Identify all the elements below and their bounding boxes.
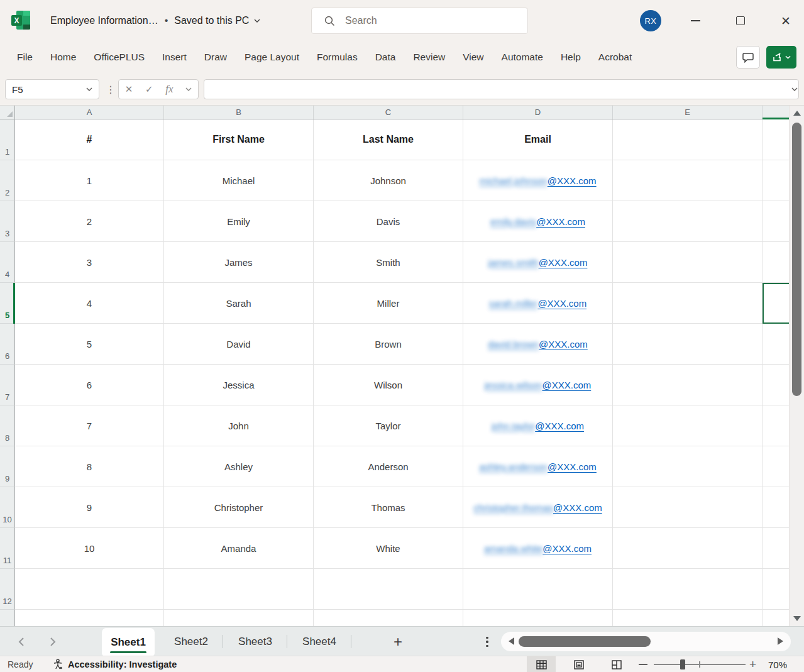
cell[interactable] bbox=[164, 610, 314, 626]
sheet-tab-sheet1[interactable]: Sheet1 bbox=[102, 628, 155, 656]
cell[interactable]: amanda.white@XXX.com bbox=[463, 528, 613, 569]
cell[interactable]: Sarah bbox=[164, 283, 314, 324]
header-cell-email[interactable]: Email bbox=[463, 119, 613, 160]
cell[interactable]: Jessica bbox=[164, 365, 314, 405]
new-sheet-button[interactable]: + bbox=[388, 627, 407, 656]
header-cell-first-name[interactable]: First Name bbox=[164, 119, 314, 160]
maximize-button[interactable] bbox=[725, 0, 756, 41]
email-link[interactable]: ashley.anderson@XXX.com bbox=[479, 461, 597, 472]
cell[interactable]: Christopher bbox=[164, 487, 314, 528]
next-sheet-button[interactable] bbox=[45, 634, 60, 649]
email-link[interactable]: michael.johnson@XXX.com bbox=[479, 175, 596, 186]
header-cell-number[interactable]: # bbox=[15, 119, 164, 160]
column-header-a[interactable]: A bbox=[15, 106, 164, 119]
email-link[interactable]: emily.davis@XXX.com bbox=[490, 216, 585, 227]
scroll-right-arrow-icon[interactable] bbox=[778, 637, 783, 645]
cell[interactable]: Miller bbox=[314, 283, 463, 324]
enter-formula-button[interactable]: ✓ bbox=[145, 84, 153, 95]
row-header-1[interactable]: 1 bbox=[0, 119, 15, 160]
cell[interactable]: christopher.thomas@XXX.com bbox=[463, 487, 613, 528]
email-link[interactable]: jessica.wilson@XXX.com bbox=[485, 380, 591, 390]
cell[interactable] bbox=[15, 569, 164, 610]
expand-formula-bar-icon[interactable] bbox=[791, 87, 798, 91]
sheet-tab-sheet2[interactable]: Sheet2 bbox=[159, 627, 223, 656]
sheet-tab-sheet4[interactable]: Sheet4 bbox=[287, 627, 351, 656]
email-link[interactable]: david.brown@XXX.com bbox=[488, 339, 588, 350]
cell[interactable]: james.smith@XXX.com bbox=[463, 242, 613, 283]
page-layout-view-button[interactable] bbox=[564, 656, 593, 672]
cell[interactable]: Michael bbox=[164, 160, 314, 201]
tab-view[interactable]: View bbox=[454, 41, 492, 73]
cell[interactable]: Wilson bbox=[314, 365, 463, 405]
tab-insert[interactable]: Insert bbox=[153, 41, 195, 73]
formula-bar-drag-handle[interactable]: ⋮ bbox=[106, 79, 116, 99]
cell[interactable]: John bbox=[164, 405, 314, 446]
cell[interactable]: Smith bbox=[314, 242, 463, 283]
scroll-down-arrow-icon[interactable] bbox=[793, 616, 801, 621]
tab-officeplus[interactable]: OfficePLUS bbox=[85, 41, 153, 73]
tab-review[interactable]: Review bbox=[404, 41, 454, 73]
share-button[interactable] bbox=[766, 46, 796, 69]
column-header-b[interactable]: B bbox=[164, 106, 314, 119]
tab-acrobat[interactable]: Acrobat bbox=[590, 41, 641, 73]
cell[interactable] bbox=[613, 201, 763, 242]
tab-automate[interactable]: Automate bbox=[493, 41, 552, 73]
cell[interactable] bbox=[463, 610, 613, 626]
page-break-preview-button[interactable] bbox=[602, 656, 631, 672]
cell[interactable]: emily.davis@XXX.com bbox=[463, 201, 613, 242]
cell[interactable]: jessica.wilson@XXX.com bbox=[463, 365, 613, 405]
row-header-4[interactable]: 4 bbox=[0, 242, 15, 283]
cell[interactable]: Ashley bbox=[164, 446, 314, 487]
cell[interactable]: 7 bbox=[15, 405, 164, 446]
cell[interactable] bbox=[613, 160, 763, 201]
cell[interactable] bbox=[613, 365, 763, 405]
cell[interactable] bbox=[613, 487, 763, 528]
cell[interactable] bbox=[613, 446, 763, 487]
cell[interactable] bbox=[613, 405, 763, 446]
horizontal-scrollbar-thumb[interactable] bbox=[519, 636, 651, 647]
column-header-e[interactable]: E bbox=[613, 106, 763, 119]
cell[interactable]: Thomas bbox=[314, 487, 463, 528]
email-link[interactable]: sarah.miller@XXX.com bbox=[489, 298, 586, 309]
cell[interactable]: john.taylor@XXX.com bbox=[463, 405, 613, 446]
tab-home[interactable]: Home bbox=[41, 41, 85, 73]
row-header-7[interactable]: 7 bbox=[0, 365, 15, 405]
cell[interactable]: sarah.miller@XXX.com bbox=[463, 283, 613, 324]
zoom-level[interactable]: 70% bbox=[768, 656, 787, 672]
email-link[interactable]: amanda.white@XXX.com bbox=[484, 543, 592, 554]
cell[interactable]: White bbox=[314, 528, 463, 569]
scroll-left-arrow-icon[interactable] bbox=[509, 637, 514, 645]
cell[interactable] bbox=[314, 569, 463, 610]
cell[interactable]: 5 bbox=[15, 324, 164, 365]
cell[interactable]: david.brown@XXX.com bbox=[463, 324, 613, 365]
cell[interactable]: 4 bbox=[15, 283, 164, 324]
row-header-13[interactable] bbox=[0, 610, 15, 626]
close-button[interactable]: ✕ bbox=[771, 0, 801, 41]
name-box[interactable]: F5 bbox=[5, 79, 99, 99]
cell[interactable]: 9 bbox=[15, 487, 164, 528]
cell[interactable]: David bbox=[164, 324, 314, 365]
cell[interactable]: michael.johnson@XXX.com bbox=[463, 160, 613, 201]
row-header-8[interactable]: 8 bbox=[0, 405, 15, 446]
cell[interactable]: 3 bbox=[15, 242, 164, 283]
cell[interactable] bbox=[613, 324, 763, 365]
zoom-in-button[interactable]: + bbox=[749, 656, 756, 672]
column-header-d[interactable]: D bbox=[463, 106, 613, 119]
cell[interactable]: Emily bbox=[164, 201, 314, 242]
tab-data[interactable]: Data bbox=[366, 41, 405, 73]
row-header-9[interactable]: 9 bbox=[0, 446, 15, 487]
excel-app-icon[interactable]: X bbox=[11, 11, 31, 31]
cell[interactable]: 10 bbox=[15, 528, 164, 569]
cell[interactable] bbox=[164, 569, 314, 610]
cell[interactable]: Taylor bbox=[314, 405, 463, 446]
cell[interactable]: 8 bbox=[15, 446, 164, 487]
cell[interactable]: 2 bbox=[15, 201, 164, 242]
cell[interactable]: Johnson bbox=[314, 160, 463, 201]
sheet-tab-sheet3[interactable]: Sheet3 bbox=[223, 627, 287, 656]
tab-help[interactable]: Help bbox=[552, 41, 590, 73]
formula-input[interactable] bbox=[204, 79, 799, 99]
zoom-slider-thumb[interactable] bbox=[680, 659, 685, 669]
cell[interactable]: James bbox=[164, 242, 314, 283]
cell[interactable] bbox=[613, 610, 763, 626]
cell[interactable] bbox=[15, 610, 164, 626]
